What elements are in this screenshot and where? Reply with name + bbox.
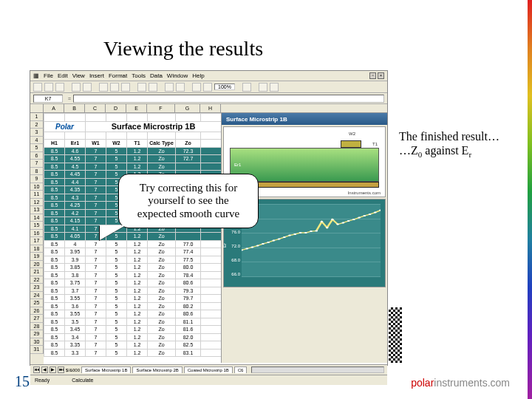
svg-point-22 — [358, 217, 361, 219]
save-icon[interactable] — [55, 83, 64, 92]
row-headers: 1234567891011121314151617181920212223242… — [30, 113, 44, 364]
row-header[interactable]: 5 — [30, 144, 44, 152]
row-header[interactable]: 1 — [30, 113, 44, 121]
row-header[interactable]: 18 — [30, 245, 44, 253]
tab-next-icon[interactable]: ▶ — [50, 366, 56, 373]
row-header[interactable]: 15 — [30, 222, 44, 230]
row-header[interactable]: 2 — [30, 121, 44, 129]
calc-icon[interactable] — [259, 83, 267, 92]
tab-last-icon[interactable]: ⏭ — [58, 366, 64, 373]
col-header[interactable]: H — [200, 104, 221, 112]
row-header[interactable]: 16 — [30, 230, 44, 238]
tab-prev-icon[interactable]: ◀ — [41, 366, 48, 373]
col-header[interactable]: A — [44, 104, 64, 112]
print-icon[interactable] — [72, 83, 81, 92]
svg-point-17 — [331, 219, 334, 220]
row-header[interactable]: 20 — [30, 261, 44, 269]
new-icon[interactable] — [33, 83, 42, 92]
smn-indicator: $/&000 — [66, 368, 80, 372]
redo-icon[interactable] — [149, 83, 157, 92]
row-header[interactable]: 10 — [30, 183, 44, 191]
brand-prefix: polar — [411, 377, 434, 389]
callout-tail — [100, 225, 126, 240]
row-header[interactable]: 7 — [30, 160, 44, 168]
menu-tools[interactable]: Tools — [132, 72, 146, 79]
row-header[interactable]: 12 — [30, 199, 44, 207]
menu-data[interactable]: Data — [150, 72, 163, 79]
col-header[interactable]: G — [175, 104, 200, 112]
svg-point-16 — [326, 227, 329, 228]
app-icon: ▦ — [33, 72, 39, 79]
row-header[interactable]: 9 — [30, 175, 44, 183]
chart-icon[interactable] — [192, 83, 201, 92]
help-icon[interactable] — [242, 83, 251, 92]
sort-asc-icon[interactable] — [165, 83, 174, 92]
undo-icon[interactable] — [137, 83, 146, 92]
close-icon[interactable]: × — [378, 72, 384, 79]
checker-decoration — [389, 307, 402, 363]
page-number: 15 — [15, 373, 30, 390]
svg-point-5 — [267, 242, 270, 243]
hscrollbar[interactable] — [251, 366, 384, 373]
sheet-tab[interactable]: C6 — [234, 366, 248, 373]
row-header[interactable]: 28 — [30, 323, 44, 331]
svg-point-19 — [342, 222, 345, 224]
tab-first-icon[interactable]: ⏮ — [33, 366, 40, 373]
row-header[interactable]: 24 — [30, 292, 44, 300]
formula-bar: K7 = — [30, 93, 387, 104]
menu-format[interactable]: Format — [109, 72, 127, 79]
menu-file[interactable]: File — [44, 72, 53, 79]
col-header[interactable]: E — [126, 104, 147, 112]
svg-point-15 — [321, 221, 324, 222]
row-header[interactable]: 19 — [30, 253, 44, 261]
col-header[interactable]: B — [64, 104, 85, 112]
col-header[interactable]: D — [106, 104, 126, 112]
formula-input[interactable] — [73, 95, 384, 103]
select-all-corner[interactable] — [30, 104, 44, 112]
row-header[interactable]: 21 — [30, 268, 44, 276]
menu-view[interactable]: View — [72, 72, 85, 79]
menu-insert[interactable]: Insert — [89, 72, 104, 79]
config-icon[interactable] — [270, 83, 279, 92]
zoom-level[interactable]: 100% — [214, 83, 235, 90]
row-header[interactable]: 11 — [30, 191, 44, 199]
row-header[interactable]: 3 — [30, 129, 44, 137]
cut-icon[interactable] — [99, 83, 108, 92]
row-header[interactable]: 25 — [30, 299, 44, 307]
menu-window[interactable]: Window — [167, 72, 188, 79]
ytick: 68.0 — [225, 258, 240, 262]
row-header[interactable]: 30 — [30, 338, 44, 347]
row-header[interactable]: 17 — [30, 237, 44, 245]
cells-grid[interactable]: PolarSurface Microstrip 1BH1Er1W1W2T1Cal… — [44, 113, 222, 364]
row-header[interactable]: 23 — [30, 284, 44, 292]
menu-help[interactable]: Help — [192, 72, 204, 79]
sheet-tab[interactable]: Coated Microstrip 1B — [184, 366, 233, 373]
sheet-tab[interactable]: Surface Microstrip 1B — [81, 366, 131, 373]
row-header[interactable]: 31 — [30, 346, 44, 354]
sort-desc-icon[interactable] — [176, 83, 185, 92]
row-header[interactable]: 26 — [30, 307, 44, 316]
row-header[interactable]: 8 — [30, 168, 44, 176]
copy-icon[interactable] — [110, 83, 119, 92]
menu-edit[interactable]: Edit — [58, 72, 68, 79]
brand-suffix: instruments.com — [434, 377, 510, 389]
row-header[interactable]: 4 — [30, 137, 44, 145]
name-box[interactable]: K7 — [33, 95, 63, 103]
row-header[interactable]: 6 — [30, 152, 44, 160]
paste-icon[interactable] — [121, 83, 130, 92]
row-header[interactable]: 14 — [30, 214, 44, 222]
svg-point-20 — [347, 220, 350, 222]
col-header[interactable]: F — [147, 104, 175, 112]
ytick: 76.0 — [225, 230, 240, 234]
preview-icon[interactable] — [83, 83, 92, 92]
row-header[interactable]: 27 — [30, 315, 44, 323]
drawing-icon[interactable] — [203, 83, 212, 92]
row-header[interactable]: 29 — [30, 330, 44, 338]
sheet-tab[interactable]: Surface Microstrip 2B — [132, 366, 182, 373]
row-header[interactable]: 22 — [30, 276, 44, 284]
open-icon[interactable] — [44, 83, 53, 92]
row-header[interactable]: 13 — [30, 206, 44, 214]
restore-icon[interactable]: ▫ — [369, 72, 376, 79]
dim-t1: T1 — [372, 142, 378, 146]
col-header[interactable]: C — [85, 104, 106, 112]
